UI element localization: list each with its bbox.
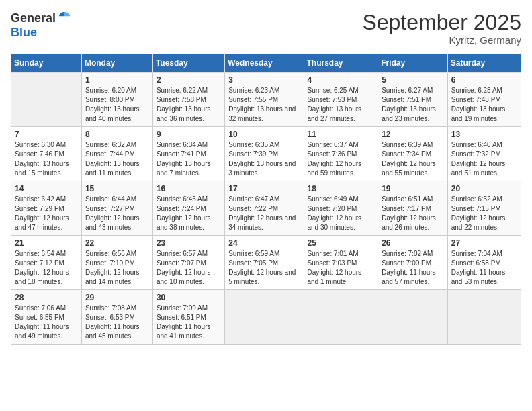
column-header-friday: Friday [378,54,448,73]
daylight-text: Daylight: 12 hours and 51 minutes. [451,159,517,178]
calendar-cell: 24 Sunrise: 6:59 AM Sunset: 7:05 PM Dayl… [225,236,304,290]
sunset-text: Sunset: 7:03 PM [308,259,375,268]
cell-content: Sunrise: 6:28 AM Sunset: 7:48 PM Dayligh… [451,86,517,124]
calendar-week-row: 7 Sunrise: 6:30 AM Sunset: 7:46 PM Dayli… [11,127,521,181]
calendar-cell: 27 Sunrise: 7:04 AM Sunset: 6:58 PM Dayl… [447,236,521,290]
cell-content: Sunrise: 6:40 AM Sunset: 7:32 PM Dayligh… [451,140,517,178]
sunrise-text: Sunrise: 6:23 AM [228,86,300,95]
daylight-text: Daylight: 12 hours and 18 minutes. [15,268,78,287]
calendar-cell: 13 Sunrise: 6:40 AM Sunset: 7:32 PM Dayl… [447,127,521,181]
calendar-cell: 10 Sunrise: 6:35 AM Sunset: 7:39 PM Dayl… [225,127,304,181]
logo-blue: Blue [11,26,37,40]
cell-content: Sunrise: 6:37 AM Sunset: 7:36 PM Dayligh… [308,140,375,178]
calendar-cell: 29 Sunrise: 7:08 AM Sunset: 6:53 PM Dayl… [81,290,152,345]
calendar-cell: 18 Sunrise: 6:49 AM Sunset: 7:20 PM Dayl… [304,181,378,236]
cell-content: Sunrise: 6:23 AM Sunset: 7:55 PM Dayligh… [228,86,300,124]
calendar-cell [304,290,378,345]
column-header-monday: Monday [81,54,152,73]
daylight-text: Daylight: 13 hours and 27 minutes. [308,105,375,124]
calendar-cell [447,290,521,345]
sunrise-text: Sunrise: 6:39 AM [382,140,444,150]
sunset-text: Sunset: 6:51 PM [157,313,221,322]
sunset-text: Sunset: 6:55 PM [15,313,78,322]
day-number: 10 [228,130,300,139]
calendar-cell: 25 Sunrise: 7:01 AM Sunset: 7:03 PM Dayl… [304,236,378,290]
calendar-cell: 2 Sunrise: 6:22 AM Sunset: 7:58 PM Dayli… [152,73,224,127]
cell-content: Sunrise: 6:39 AM Sunset: 7:34 PM Dayligh… [382,140,444,178]
sunrise-text: Sunrise: 6:37 AM [308,140,375,150]
sunset-text: Sunset: 7:24 PM [157,204,221,214]
cell-content: Sunrise: 6:59 AM Sunset: 7:05 PM Dayligh… [228,249,300,287]
sunset-text: Sunset: 7:34 PM [382,150,444,159]
month-title: September 2025 [362,11,521,34]
day-number: 15 [85,184,149,193]
day-number: 28 [15,293,78,302]
sunrise-text: Sunrise: 7:04 AM [451,249,517,259]
day-number: 1 [85,75,149,85]
day-number: 24 [228,238,300,248]
sunset-text: Sunset: 7:20 PM [308,204,375,214]
sunset-text: Sunset: 7:44 PM [85,150,149,159]
daylight-text: Daylight: 11 hours and 57 minutes. [382,268,444,287]
day-number: 16 [157,184,221,193]
day-number: 21 [15,238,78,248]
sunset-text: Sunset: 7:22 PM [228,204,300,214]
daylight-text: Daylight: 11 hours and 41 minutes. [157,322,221,341]
cell-content: Sunrise: 6:22 AM Sunset: 7:58 PM Dayligh… [157,86,221,124]
cell-content: Sunrise: 6:35 AM Sunset: 7:39 PM Dayligh… [228,140,300,178]
sunrise-text: Sunrise: 6:20 AM [85,86,149,95]
day-number: 26 [382,238,444,248]
calendar-week-row: 1 Sunrise: 6:20 AM Sunset: 8:00 PM Dayli… [11,73,521,127]
sunrise-text: Sunrise: 6:28 AM [451,86,517,95]
column-header-tuesday: Tuesday [152,54,224,73]
sunrise-text: Sunrise: 6:42 AM [15,195,78,204]
daylight-text: Daylight: 13 hours and 3 minutes. [228,159,300,178]
daylight-text: Daylight: 13 hours and 19 minutes. [451,105,517,124]
cell-content: Sunrise: 6:30 AM Sunset: 7:46 PM Dayligh… [15,140,78,178]
calendar-cell: 23 Sunrise: 6:57 AM Sunset: 7:07 PM Dayl… [152,236,224,290]
sunset-text: Sunset: 7:53 PM [308,95,375,105]
sunset-text: Sunset: 7:39 PM [228,150,300,159]
sunrise-text: Sunrise: 6:25 AM [308,86,375,95]
day-number: 18 [308,184,375,193]
column-header-wednesday: Wednesday [225,54,304,73]
calendar-cell: 26 Sunrise: 7:02 AM Sunset: 7:00 PM Dayl… [378,236,448,290]
calendar-week-row: 28 Sunrise: 7:06 AM Sunset: 6:55 PM Dayl… [11,290,521,345]
daylight-text: Daylight: 12 hours and 59 minutes. [308,159,375,178]
sunrise-text: Sunrise: 6:47 AM [228,195,300,204]
daylight-text: Daylight: 11 hours and 49 minutes. [15,322,78,341]
cell-content: Sunrise: 6:27 AM Sunset: 7:51 PM Dayligh… [382,86,444,124]
title-block: September 2025 Kyritz, Germany [362,11,521,46]
day-number: 3 [228,75,300,85]
calendar-cell: 14 Sunrise: 6:42 AM Sunset: 7:29 PM Dayl… [11,181,82,236]
daylight-text: Daylight: 12 hours and 47 minutes. [15,214,78,232]
sunrise-text: Sunrise: 6:59 AM [228,249,300,259]
calendar-cell: 15 Sunrise: 6:44 AM Sunset: 7:27 PM Dayl… [81,181,152,236]
daylight-text: Daylight: 12 hours and 22 minutes. [451,214,517,232]
daylight-text: Daylight: 13 hours and 32 minutes. [228,105,300,124]
sunrise-text: Sunrise: 6:57 AM [157,249,221,259]
calendar-cell: 1 Sunrise: 6:20 AM Sunset: 8:00 PM Dayli… [81,73,152,127]
sunrise-text: Sunrise: 6:54 AM [15,249,78,259]
cell-content: Sunrise: 6:57 AM Sunset: 7:07 PM Dayligh… [157,249,221,287]
calendar-header-row: SundayMondayTuesdayWednesdayThursdayFrid… [11,54,521,73]
calendar-cell [11,73,82,127]
daylight-text: Daylight: 12 hours and 43 minutes. [85,214,149,232]
cell-content: Sunrise: 6:51 AM Sunset: 7:17 PM Dayligh… [382,195,444,232]
calendar-cell: 30 Sunrise: 7:09 AM Sunset: 6:51 PM Dayl… [152,290,224,345]
sunrise-text: Sunrise: 6:40 AM [451,140,517,150]
sunset-text: Sunset: 7:10 PM [85,259,149,268]
cell-content: Sunrise: 7:02 AM Sunset: 7:00 PM Dayligh… [382,249,444,287]
day-number: 11 [308,130,375,139]
day-number: 25 [308,238,375,248]
sunset-text: Sunset: 7:51 PM [382,95,444,105]
calendar-cell [225,290,304,345]
day-number: 12 [382,130,444,139]
cell-content: Sunrise: 7:08 AM Sunset: 6:53 PM Dayligh… [85,304,149,341]
sunrise-text: Sunrise: 7:01 AM [308,249,375,259]
location: Kyritz, Germany [362,34,521,46]
logo: General Blue [11,11,72,40]
calendar-cell [378,290,448,345]
sunset-text: Sunset: 7:32 PM [451,150,517,159]
calendar-table: SundayMondayTuesdayWednesdayThursdayFrid… [11,54,521,345]
